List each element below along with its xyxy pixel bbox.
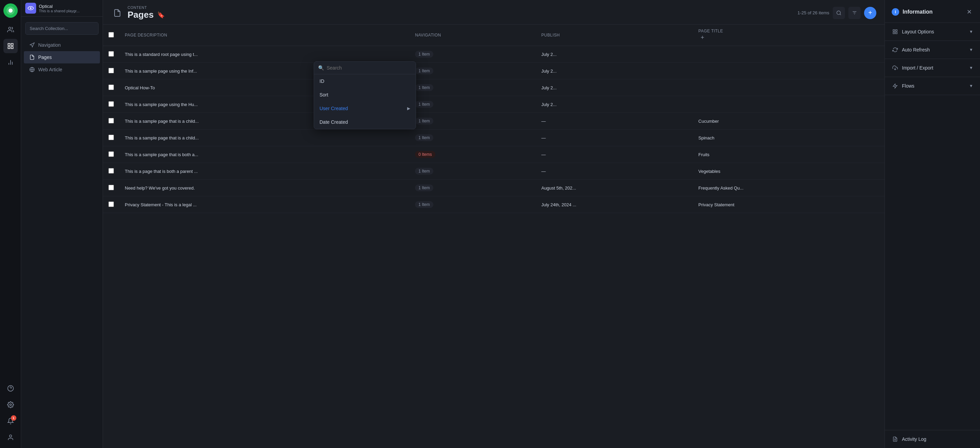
- select-all-checkbox[interactable]: [108, 32, 114, 38]
- svg-point-14: [30, 8, 31, 8]
- search-button[interactable]: [833, 7, 845, 19]
- sidebar-item-users[interactable]: [3, 22, 18, 37]
- sidebar-item-collections[interactable]: [3, 39, 18, 53]
- row-publish: July 24th, 2024 ...: [536, 196, 693, 213]
- col-header-description: Page Description: [119, 25, 409, 46]
- sidebar-item-notifications[interactable]: 1: [3, 414, 18, 428]
- row-publish: July 2...: [536, 96, 693, 113]
- import-export-header[interactable]: Import / Export ▼: [885, 59, 980, 77]
- web-article-label: Web Article: [38, 67, 62, 72]
- row-checkbox[interactable]: [108, 84, 114, 90]
- svg-point-13: [9, 435, 11, 437]
- sidebar-item-analytics[interactable]: [3, 55, 18, 70]
- row-checkbox[interactable]: [108, 168, 114, 173]
- row-checkbox[interactable]: [108, 202, 114, 207]
- row-checkbox-cell: [103, 63, 119, 79]
- row-page-title: [693, 96, 885, 113]
- row-navigation: 1 Item: [409, 180, 536, 196]
- svg-point-1: [8, 8, 13, 13]
- row-page-title: [693, 46, 885, 63]
- table-row: This is a page that is both a parent ...…: [103, 163, 885, 180]
- pages-icon: [29, 54, 35, 60]
- brand-name: Optical: [39, 4, 80, 9]
- svg-marker-15: [30, 43, 35, 47]
- row-publish: —: [536, 130, 693, 146]
- add-button[interactable]: +: [864, 7, 877, 19]
- row-page-title: [693, 63, 885, 79]
- auto-refresh-label: Auto Refresh: [892, 46, 930, 53]
- layout-options-chevron: ▼: [969, 29, 973, 34]
- row-navigation: 1 Item: [409, 96, 536, 113]
- pages-header-icon: [111, 7, 123, 19]
- table-row: This is a sample page using the Hu... 1 …: [103, 96, 885, 113]
- row-checkbox[interactable]: [108, 118, 114, 124]
- row-checkbox[interactable]: [108, 151, 114, 157]
- table-row: This is a sample page that is a child...…: [103, 130, 885, 146]
- svg-rect-24: [896, 30, 897, 31]
- bookmark-icon[interactable]: 🔖: [157, 11, 165, 19]
- row-navigation: 1 Item: [409, 113, 536, 130]
- row-checkbox[interactable]: [108, 51, 114, 57]
- table-container: Page Description Navigation Publish Page…: [103, 25, 885, 448]
- filter-button[interactable]: [848, 7, 861, 19]
- sidebar-item-help[interactable]: [3, 381, 18, 396]
- import-export-chevron: ▼: [969, 65, 973, 70]
- flows-chevron: ▼: [969, 84, 973, 88]
- sidebar-item-settings[interactable]: [3, 397, 18, 412]
- row-checkbox[interactable]: [108, 135, 114, 140]
- row-publish: —: [536, 163, 693, 180]
- auto-refresh-header[interactable]: Auto Refresh ▼: [885, 41, 980, 59]
- row-checkbox-cell: [103, 163, 119, 180]
- section-layout-options: Layout Options ▼: [885, 23, 980, 41]
- activity-log-section[interactable]: Activity Log: [885, 430, 980, 448]
- row-publish: July 2...: [536, 79, 693, 96]
- dropdown-item-user-created[interactable]: User Created ▶: [314, 102, 416, 115]
- col-header-navigation: Navigation: [409, 25, 536, 46]
- svg-rect-6: [11, 47, 13, 49]
- table-row: This is a sample page that is a child...…: [103, 113, 885, 130]
- content-header: Content Pages 🔖 1-25 of 26 items: [103, 0, 885, 25]
- header-left: Content Pages 🔖: [111, 5, 165, 20]
- row-navigation: 1 Item: [409, 63, 536, 79]
- sidebar-item-pages[interactable]: Pages: [24, 51, 100, 64]
- row-navigation: 1 Item: [409, 130, 536, 146]
- sidebar-item-navigation[interactable]: Navigation: [24, 39, 100, 51]
- row-checkbox[interactable]: [108, 101, 114, 107]
- row-description: This is a sample page that is both a...: [119, 146, 409, 163]
- collection-search[interactable]: Search Collection...: [25, 22, 99, 35]
- add-column-button[interactable]: +: [698, 33, 706, 41]
- auto-refresh-chevron: ▼: [969, 48, 973, 52]
- table-row: Need help? We've got you covered. 1 Item…: [103, 180, 885, 196]
- section-import-export: Import / Export ▼: [885, 59, 980, 77]
- dropdown-item-id[interactable]: ID: [314, 74, 416, 88]
- svg-point-18: [837, 11, 840, 15]
- svg-rect-5: [8, 47, 10, 49]
- col-header-publish: Publish: [536, 25, 693, 46]
- dropdown-item-date-created[interactable]: Date Created: [314, 115, 416, 129]
- row-checkbox[interactable]: [108, 68, 114, 73]
- svg-line-19: [840, 14, 841, 15]
- row-checkbox-cell: [103, 180, 119, 196]
- layout-options-header[interactable]: Layout Options ▼: [885, 23, 980, 41]
- row-description: This is a page that is both a parent ...: [119, 163, 409, 180]
- sidebar-item-profile[interactable]: [3, 430, 18, 445]
- app-logo: [3, 3, 18, 18]
- brand-item[interactable]: Optical This is a shared playgr...: [21, 0, 103, 17]
- flows-header[interactable]: Flows ▼: [885, 77, 980, 95]
- table-row: This is a sample page that is both a... …: [103, 146, 885, 163]
- dropdown-search-icon: 🔍: [318, 65, 324, 71]
- svg-rect-3: [8, 44, 10, 46]
- row-publish: July 2...: [536, 46, 693, 63]
- table-row: This is a standard root page using t... …: [103, 46, 885, 63]
- row-page-title: Privacy Statement: [693, 196, 885, 213]
- dropdown-search-input[interactable]: [327, 65, 412, 71]
- row-description: This is a sample page that is a child...: [119, 130, 409, 146]
- row-page-title: [693, 79, 885, 96]
- sidebar-item-web-article[interactable]: Web Article: [24, 64, 100, 76]
- close-panel-button[interactable]: ✕: [965, 7, 973, 17]
- dropdown-item-sort[interactable]: Sort: [314, 88, 416, 102]
- table-row: Privacy Statement - This is a legal ... …: [103, 196, 885, 213]
- row-checkbox[interactable]: [108, 185, 114, 190]
- row-navigation: 1 Item: [409, 79, 536, 96]
- row-description: Privacy Statement - This is a legal ...: [119, 196, 409, 213]
